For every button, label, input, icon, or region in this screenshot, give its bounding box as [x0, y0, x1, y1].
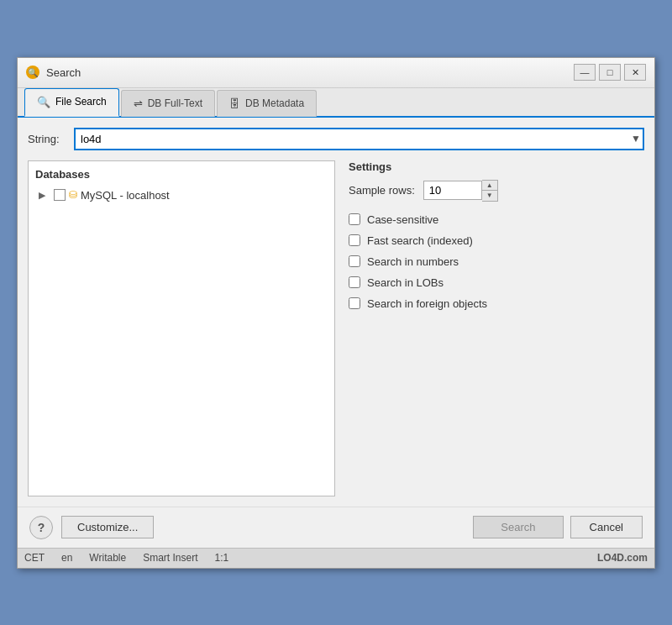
close-button[interactable]: ✕ — [624, 64, 646, 81]
tab-db-metadata[interactable]: 🗄 DB Metadata — [217, 90, 317, 117]
status-bar: CET en Writable Smart Insert 1:1 LO4D.co… — [18, 548, 654, 568]
string-row: String: ▼ — [28, 128, 644, 150]
search-string-input[interactable] — [74, 128, 644, 150]
search-lobs-checkbox[interactable] — [349, 276, 360, 288]
spinner-down-button[interactable]: ▼ — [482, 191, 497, 201]
search-dialog: 🔍 Search — □ ✕ 🔍 File Search ⇌ DB Full-T… — [17, 57, 655, 569]
sample-rows-row: Sample rows: ▲ ▼ — [349, 180, 641, 202]
window-icon: 🔍 — [26, 66, 39, 79]
maximize-button[interactable]: □ — [599, 64, 621, 81]
bottom-left: ? Customize... — [29, 516, 154, 539]
settings-title: Settings — [349, 160, 641, 173]
fast-search-checkbox[interactable] — [349, 234, 360, 246]
spinner-up-button[interactable]: ▲ — [482, 181, 497, 191]
checkbox-fast-search: Fast search (indexed) — [349, 234, 641, 247]
minimize-button[interactable]: — — [574, 64, 596, 81]
string-label: String: — [28, 133, 66, 145]
tree-item-mysql[interactable]: ▶ ⛁ MySQL - localhost — [35, 187, 328, 203]
fast-search-label[interactable]: Fast search (indexed) — [367, 234, 473, 247]
window-title: Search — [46, 66, 81, 79]
title-bar-left: 🔍 Search — [26, 66, 81, 79]
checkbox-search-numbers: Search in numbers — [349, 255, 641, 268]
string-input-wrapper: ▼ — [74, 128, 644, 150]
sample-rows-spinner: ▲ ▼ — [423, 180, 498, 202]
search-foreign-label[interactable]: Search in foreign objects — [367, 297, 487, 310]
db-fulltext-icon: ⇌ — [134, 97, 143, 110]
tab-db-fulltext-label: DB Full-Text — [148, 97, 202, 109]
tab-file-search[interactable]: 🔍 File Search — [24, 88, 119, 117]
lo4d-watermark: LO4D.com — [597, 552, 648, 564]
bottom-bar: ? Customize... Search Cancel — [18, 507, 654, 548]
search-numbers-checkbox[interactable] — [349, 255, 360, 267]
mysql-checkbox[interactable] — [54, 189, 66, 201]
search-button[interactable]: Search — [473, 516, 563, 538]
two-column-layout: Databases ▶ ⛁ MySQL - localhost Settings… — [28, 160, 644, 496]
case-sensitive-label[interactable]: Case-sensitive — [367, 213, 438, 226]
help-button[interactable]: ? — [29, 516, 53, 539]
status-writable: Writable — [89, 552, 126, 564]
bottom-right: Search Cancel — [473, 516, 643, 538]
search-foreign-checkbox[interactable] — [349, 297, 360, 309]
mysql-label: MySQL - localhost — [81, 189, 170, 202]
title-controls: — □ ✕ — [574, 64, 646, 81]
checkbox-case-sensitive: Case-sensitive — [349, 213, 641, 226]
mysql-db-icon: ⛁ — [69, 189, 77, 201]
checkbox-search-lobs: Search in LOBs — [349, 276, 641, 289]
tabs-bar: 🔍 File Search ⇌ DB Full-Text 🗄 DB Metada… — [18, 88, 654, 118]
spinner-buttons: ▲ ▼ — [482, 180, 498, 202]
db-metadata-icon: 🗄 — [229, 97, 240, 110]
settings-panel: Settings Sample rows: ▲ ▼ Case-se — [345, 160, 644, 496]
checkbox-search-foreign: Search in foreign objects — [349, 297, 641, 310]
content-area: String: ▼ Databases ▶ ⛁ MySQL - localhos… — [18, 118, 654, 507]
tab-db-metadata-label: DB Metadata — [245, 97, 304, 109]
customize-button[interactable]: Customize... — [61, 516, 154, 538]
case-sensitive-checkbox[interactable] — [349, 213, 360, 225]
sample-rows-input[interactable] — [423, 181, 482, 200]
title-bar: 🔍 Search — □ ✕ — [18, 58, 654, 88]
status-cet: CET — [24, 552, 45, 564]
databases-panel: Databases ▶ ⛁ MySQL - localhost — [28, 160, 335, 496]
databases-title: Databases — [35, 168, 328, 181]
status-position: 1:1 — [215, 552, 229, 564]
tree-expand-icon[interactable]: ▶ — [39, 190, 50, 201]
search-lobs-label[interactable]: Search in LOBs — [367, 276, 444, 289]
tab-db-fulltext[interactable]: ⇌ DB Full-Text — [121, 90, 215, 117]
sample-rows-label: Sample rows: — [349, 184, 415, 197]
cancel-button[interactable]: Cancel — [570, 516, 643, 538]
string-dropdown-arrow[interactable]: ▼ — [631, 133, 641, 144]
status-lang: en — [61, 552, 72, 564]
status-insert: Smart Insert — [143, 552, 197, 564]
tab-file-search-label: File Search — [55, 96, 107, 108]
file-search-icon: 🔍 — [37, 96, 50, 108]
search-numbers-label[interactable]: Search in numbers — [367, 255, 459, 268]
